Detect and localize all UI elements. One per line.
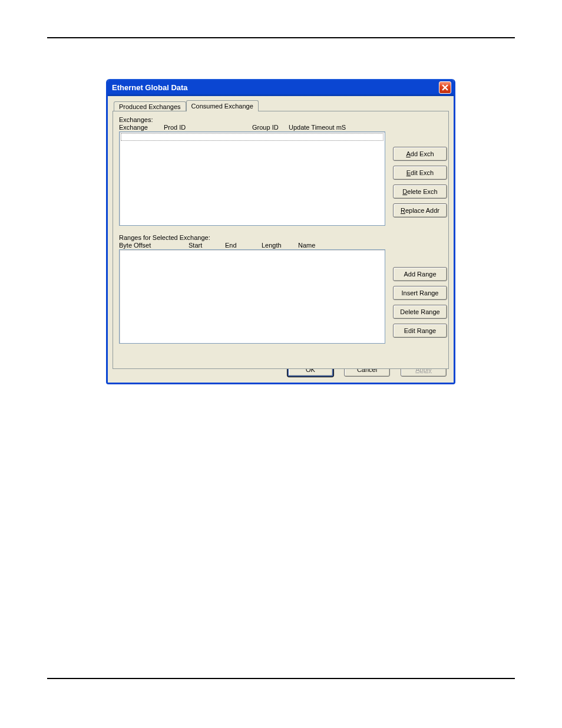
button-label: Insert Range [402,289,439,297]
col-start: Start [189,242,225,249]
tab-page: Exchanges: Exchange Prod ID Group ID Upd… [113,111,449,369]
edit-range-button[interactable]: Edit Range [393,324,447,338]
tab-consumed-exchange[interactable]: Consumed Exchange [186,100,259,111]
col-prod-id: Prod ID [164,124,252,131]
close-button[interactable] [439,81,451,94]
exchanges-listbox[interactable] [119,131,385,226]
col-update-timeout: Update Timeout mS [289,124,346,131]
button-label: Delete Range [400,308,439,315]
col-group-id: Group ID [252,124,289,131]
exchange-buttons-group: Add Exch Edit Exch Delete Exch Replace A… [393,147,447,218]
list-selection-focus [121,133,384,141]
exchanges-label: Exchanges: [119,116,444,123]
col-exchange: Exchange [119,124,164,131]
add-range-button[interactable]: Add Range [393,267,447,281]
page-divider-top [47,37,515,38]
button-label: Replace Addr [401,207,439,214]
range-buttons-group: Add Range Insert Range Delete Range Edit… [393,267,447,338]
ethernet-global-data-dialog: Ethernet Global Data Produced Exchanges … [106,79,455,384]
tab-label: Produced Exchanges [119,103,181,110]
add-exch-button[interactable]: Add Exch [393,147,447,161]
window-title: Ethernet Global Data [112,83,439,92]
col-length: Length [262,242,298,249]
delete-range-button[interactable]: Delete Range [393,305,447,319]
tab-label: Consumed Exchange [191,103,253,110]
insert-range-button[interactable]: Insert Range [393,286,447,300]
col-end: End [225,242,262,249]
button-label: Add Exch [406,150,434,157]
close-icon [442,84,448,91]
edit-exch-button[interactable]: Edit Exch [393,166,447,180]
ranges-listbox[interactable] [119,249,385,344]
delete-exch-button[interactable]: Delete Exch [393,185,447,199]
exchanges-column-headers: Exchange Prod ID Group ID Update Timeout… [119,124,444,131]
button-label: Delete Exch [402,188,437,195]
titlebar[interactable]: Ethernet Global Data [108,79,454,96]
dialog-client-area: Produced Exchanges Consumed Exchange Exc… [108,96,454,383]
replace-addr-button[interactable]: Replace Addr [393,203,447,218]
button-label: Add Range [404,271,436,278]
ranges-label: Ranges for Selected Exchange: [119,234,444,241]
col-byte-offset: Byte Offset [119,242,189,249]
tab-strip: Produced Exchanges Consumed Exchange [114,100,449,111]
ranges-column-headers: Byte Offset Start End Length Name [119,242,444,249]
button-label: Edit Range [404,327,436,334]
page-divider-bottom [47,678,515,679]
col-name: Name [298,242,315,249]
button-label: Edit Exch [406,169,434,176]
